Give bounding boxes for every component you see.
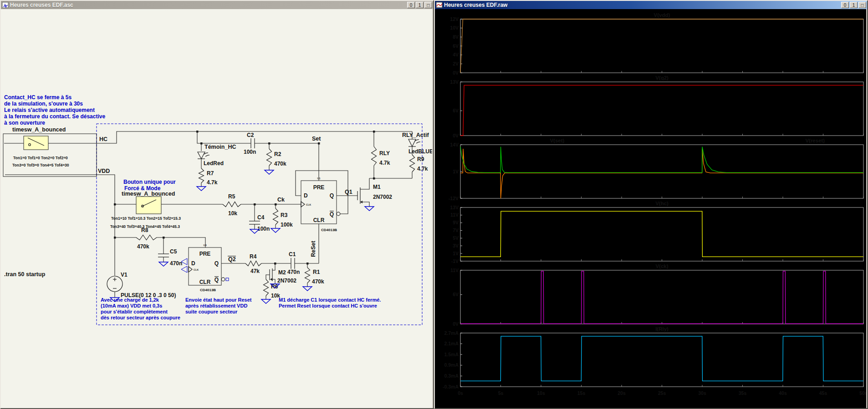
x-axis-label: 25s [658,390,666,396]
resistor-r1[interactable]: R1 470k [305,268,325,285]
svg-text:R8: R8 [141,227,148,233]
annotation-contact-note[interactable]: Contact_HC se ferme à 5s de la simulatio… [4,94,105,126]
y-tick-label: 0V [453,133,459,138]
x-axis-label: 10s [537,390,545,396]
close-button[interactable]: □ [858,2,866,8]
plot-pane-2: 13V6V0VV(q2) [450,75,863,138]
schematic-window: Heures creuses EDF.asc 0 1 □ Contact_HC … [0,0,434,409]
net-label-temoin-hc[interactable]: Témoin_HC [204,144,236,150]
resistor-r3[interactable]: R3 100k [273,208,293,228]
timer-switch-2[interactable]: Bouton unique pour Forcé & Mode timesw_A… [110,179,181,229]
trace-label[interactable]: V(set) [550,138,564,143]
pane-frame[interactable] [460,207,863,261]
close-button[interactable]: □ [424,2,432,8]
voltage-source-v1[interactable]: V1 PULSE(0 12 0 .3 0 50) [107,272,176,298]
svg-text:suite coupure secteur: suite coupure secteur [185,309,238,314]
net-label-q1[interactable]: Q1 [345,189,352,195]
svg-text:M1 décharge C1 lorsque contact: M1 décharge C1 lorsque contact HC fermé. [279,297,381,303]
trace-V(vdd)[interactable] [460,19,863,73]
y-tick-label: 11V [450,212,459,217]
resistor-r2[interactable]: R2 470k [267,149,287,167]
pane-frame[interactable] [460,82,863,136]
resistor-r4[interactable]: R4 47k [245,253,261,274]
trace-I(Rly)[interactable] [460,336,863,381]
x-axis-label: 15s [577,390,586,396]
minimize-button[interactable]: 0 [407,2,415,8]
trace-label[interactable]: V(vdd) [654,12,670,18]
flipflop-u4[interactable]: U4 PRE D Q Q CLR CLK CD4013B [189,244,229,292]
annotation-m1-note[interactable]: M1 décharge C1 lorsque contact HC fermé.… [279,297,381,308]
net-label-set[interactable]: Set [312,136,321,142]
resistor-r7[interactable]: R7 4.7k [199,168,218,186]
pane-frame[interactable] [460,145,863,198]
y-tick-label: 13V [450,79,459,85]
trace-V(q2)[interactable] [460,85,863,136]
svg-text:Q: Q [214,260,219,267]
net-label-rly-actif[interactable]: RLY_Actif [402,132,429,138]
svg-text:470k: 470k [137,243,149,250]
maximize-button[interactable]: 1 [850,2,858,8]
waveform-file-icon [436,2,443,8]
minimize-button[interactable]: 0 [841,2,849,8]
schematic-svg[interactable]: Contact_HC se ferme à 5s de la simulatio… [1,9,432,408]
trace-label[interactable]: V(q2) [655,75,669,81]
annotation-reset-note[interactable]: Envoie état haut pour Reset après rétabl… [185,297,252,314]
y-tick-label: 5V [453,235,459,241]
plot-pane-3: 14V1V-12VV(set)V(reset) [449,138,863,201]
svg-text:2N7002: 2N7002 [277,278,296,284]
trace-label[interactable]: I(Rly) [655,326,669,332]
y-tick-label: 11V [450,268,459,273]
svg-text:de la simulation, s'ouvre à 30: de la simulation, s'ouvre à 30s [4,101,83,107]
y-tick-label: -12V [449,196,459,201]
plot-pane-1: 12V10V8V6V4V2V0VV(vdd) [450,12,863,76]
pane-frame[interactable] [460,19,863,73]
timer-switch-1[interactable]: timesw_A_bounced Ton1=0 Tof1=0 Ton2=0 To… [3,126,97,177]
svg-text:R4: R4 [250,253,257,260]
capacitor-c5[interactable]: C5 470n [158,248,182,267]
annotation-charge-note[interactable]: Avec une charge de 1,2k (10mA max) VDD m… [101,297,180,320]
trace-V(hc)[interactable] [460,211,863,257]
resistor-r9[interactable]: R9 4.7k [410,155,428,172]
schematic-titlebar[interactable]: Heures creuses EDF.asc 0 1 □ [1,1,433,9]
y-tick-label: 12V [450,16,459,22]
y-tick-label: 1V [453,169,459,174]
net-label-vdd[interactable]: VDD [98,168,110,174]
trace-label[interactable]: V(hc) [655,201,669,206]
trace-label[interactable]: V(ck) [655,263,668,269]
waveform-svg[interactable]: 12V10V8V6V4V2V0VV(vdd)13V6V0VV(q2)14V1V-… [435,9,866,408]
net-label-ck[interactable]: Ck [277,197,285,203]
waveform-canvas[interactable]: 12V10V8V6V4V2V0VV(vdd)13V6V0VV(q2)14V1V-… [435,9,866,408]
resistor-r8[interactable]: R8 470k [136,227,157,250]
svg-text:timesw_A_bounced: timesw_A_bounced [12,126,66,133]
maximize-button[interactable]: 1 [416,2,424,8]
flipflop-u1[interactable]: U1 PRE D Q Q CLR CLK CD4013B [301,177,340,232]
svg-text:CLK: CLK [306,203,311,206]
svg-text:Avec une charge de 1,2k: Avec une charge de 1,2k [101,297,159,303]
waveform-titlebar[interactable]: Heures creuses EDF.raw 0 1 □ [435,1,867,9]
y-tick-label: 0V [453,321,459,327]
y-tick-label: 4V [453,52,459,57]
svg-text:4.7k: 4.7k [207,179,218,186]
trace-V(reset)[interactable] [460,149,863,198]
pane-frame[interactable] [460,270,863,324]
net-label-q2bar[interactable]: Q2 [228,256,236,263]
trace-V(ck)[interactable] [460,271,863,323]
trace-label[interactable]: V(reset) [805,138,825,143]
svg-text:V1: V1 [121,272,128,278]
led-red[interactable]: LedRed [198,152,224,167]
net-label-reset[interactable]: ReSet [310,240,317,257]
y-tick-label: 2.1mA [444,341,459,346]
svg-text:100k: 100k [281,222,293,228]
pane-frame[interactable] [460,333,863,387]
resistor-rly[interactable]: RLY 4.7k [372,146,390,166]
svg-text:U1: U1 [317,177,320,180]
resistor-r5[interactable]: R5 10k [223,193,241,217]
y-tick-label: 10V [450,25,459,30]
y-tick-label: 9V [453,220,459,225]
mosfet-m1[interactable]: M1 2N7002 [357,178,392,207]
spice-directive[interactable]: .tran 50 startup [4,271,46,278]
svg-text:R1: R1 [313,269,320,275]
schematic-canvas[interactable]: Contact_HC se ferme à 5s de la simulatio… [1,9,432,408]
net-label-hc[interactable]: HC [99,136,107,142]
trace-V(set)[interactable] [460,147,863,173]
